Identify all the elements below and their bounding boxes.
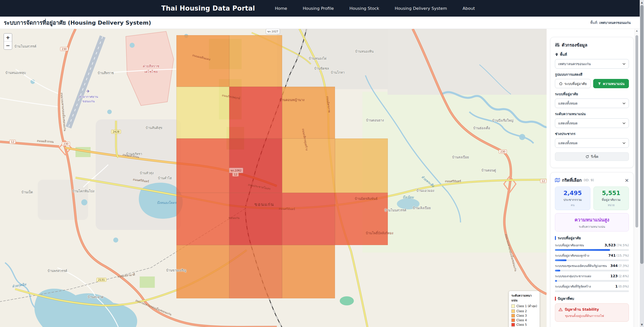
map-label-บ้านโนนสวรรค์-0: บ้านโนนสวรรค์ [14,44,36,49]
housing-bar-label-2: ระบบของชุมชนแออัดบนที่ดินรัฐ/เอกชน [555,263,607,268]
sidebar-scrollbar-thumb[interactable] [635,35,638,227]
map-label-บ้านหนองไผ่-8: บ้านหนองไผ่ [309,56,326,61]
close-icon[interactable]: × [625,178,629,183]
map-label-บ้านหัวทุ่ง-24: บ้านหัวทุ่ง [140,170,154,176]
map-label-บ้านขามเจริญ-30: บ้านขามเจริญ [166,268,186,273]
nav-link-about[interactable]: About [463,6,475,11]
map-label-ขอนแก่น-32: ขอนแก่น [254,201,274,208]
page-scrollbar[interactable]: ▲ ▼ [640,0,644,327]
zoom-in-button[interactable]: + [4,34,12,41]
grid-id-badge: (ID: 9) [584,178,594,182]
housing-bar-label-4: ระบบที่อยู่อาศัยที่รัฐจัดสร้าง [555,284,591,289]
map-label-ถนนมลิวรรณ-39: ถนนมลิวรรณ [122,152,140,159]
nav-link-housing-profile[interactable]: Housing Profile [303,6,334,11]
problem-alert-title: ปัญหาด้าน Stability [565,307,599,312]
filter-select-1[interactable]: แสดงทั้งหมด [555,118,629,128]
nav-link-housing-stock[interactable]: Housing Stock [350,6,379,11]
display-mode-label-text: รูปแบบการแสดงสี [555,72,582,77]
map-label-บ้านโพธิ์บัลลังก์ทอง-21: บ้านโพธิ์บัลลังก์ทอง [366,230,393,236]
map-label-บ้านสุภัทรา-23: บ้านสุภัทรา [126,151,142,157]
housing-stat-tile: 5,551 ที่อยู่อาศัยรวม หน่วย [593,186,629,210]
mode-housing-label: ระบบที่อยู่อาศัย [564,81,587,86]
map-labels: บ้านโนนสวรรค์บ้านหนองหลุบบ้านสีหราชค่ายส… [0,29,547,327]
housing-bar-fill-0 [555,249,610,251]
map-label-บ้านเป็ด-26: บ้านเป็ด [21,190,33,195]
housing-bar-fill-1 [555,259,566,261]
area-label: พื้นที่: [590,21,598,25]
housing-bar-values-2: 344(7.3%) [610,264,629,268]
housing-bar-value-1: 741 [608,253,616,257]
navbar: Thai Housing Data Portal HomeHousing Pro… [0,0,644,17]
chevron-down-icon [622,62,626,66]
refresh-icon [585,155,589,159]
area-select[interactable]: เทศบาลนครขอนแก่น [555,59,629,69]
housing-bar-row-3: ระบบของกลุ่มประชากรแฝง123(2.6%) [555,274,629,282]
housing-system-bars: ระบบที่อยู่อาศัยเอกชน3,523(74.5%)ระบบที่… [555,243,629,292]
nav-link-housing-delivery-system[interactable]: Housing Delivery System [395,6,447,11]
road-badge-12-5: 12 [540,179,546,183]
zoom-out-button[interactable]: − [4,41,12,49]
map-label-ถนนวงแหวนรอบเมืองขอนแก่น-46: ถนนวงแหวนรอบเมืองขอนแก่น [135,298,172,317]
housing-bar-percent-3: (2.6%) [618,274,629,278]
legend-swatch-2 [511,314,515,317]
mode-density-button[interactable]: ความหนาแน่น [593,79,629,88]
map-label-ห้วยกุดฉิม-36: ห้วยกุดฉิม [12,282,27,289]
problem-alert-description: ชุมชนตั้งอยู่บนที่ดินการรถไฟ [565,313,625,318]
housing-bar-fill-2 [555,270,560,271]
mode-density-label: ความหนาแน่น [603,81,625,86]
filter-select-value-0: แสดงทั้งหมด [558,101,578,106]
map-label-ถนนเหล่านาดี-43: ถนนเหล่านาดี [117,272,135,279]
filter-select-value-1: แสดงทั้งหมด [558,120,578,126]
road-badge-2428-6: 2428 [111,130,121,134]
housing-bar-track-1 [555,259,629,261]
map-label-บ้านดอนยาง-12: บ้านดอนยาง [366,118,384,123]
map[interactable]: บ้านโนนสวรรค์บ้านหนองหลุบบ้านสีหราชค่ายส… [0,29,547,327]
page-title: ระบบการจัดการที่อยู่อาศัย (Housing Deliv… [4,18,151,27]
housing-bar-value-4: 1 [615,284,618,288]
population-unit: คน [557,203,589,207]
legend-swatch-0 [511,304,515,308]
map-label-ถนนศรีจันทร์-40: ถนนศรีจันทร์ [133,177,149,184]
filters-icon [555,42,560,47]
housing-bar-label-3: ระบบของกลุ่มประชากรแฝง [555,274,591,279]
red-section-marker [555,297,556,301]
reset-button-label: รีเซ็ต [591,154,598,159]
legend-swatch-4 [511,323,515,326]
page-scroll-up-arrow[interactable]: ▲ [640,1,644,4]
chevron-down-icon [622,102,626,105]
map-label-เดโชไชย-4: เดโชไชย [144,69,158,74]
area-field-label-text: พื้นที่ [560,52,567,57]
sidebar-scroll-up-arrow[interactable]: ▲ [635,29,639,32]
housing-bar-values-1: 741(15.7%) [608,253,629,257]
filter-select-2[interactable]: แสดงทั้งหมด [555,138,629,148]
housing-bar-track-3 [555,280,629,282]
reset-button[interactable]: รีเซ็ต [555,152,629,161]
housing-system-section-header: ระบบที่อยู่อาศัย [555,235,629,241]
page-scrollbar-thumb[interactable] [640,5,643,264]
map-label-ค่ายสีหราช-3: ค่ายสีหราช [143,63,159,69]
map-label-ถนนกสิกรทุ่งสร้าง-51: ถนนกสิกรทุ่งสร้าง [301,128,309,151]
housing-bar-head-0: ระบบที่อยู่อาศัยเอกชน3,523(74.5%) [555,243,629,248]
road-badge-12-4: 12 [232,172,239,176]
housing-bar-track-0 [555,249,629,251]
map-label-บ้านโนนสวรรค์-19: บ้านโนนสวรรค์ [384,208,406,213]
chevron-down-icon [622,142,626,145]
housing-bar-values-3: 123(2.6%) [610,274,629,278]
filter-select-0[interactable]: แสดงทั้งหมด [555,99,629,108]
road-badge-230-2: 230 [499,150,507,154]
page-scroll-down-arrow[interactable]: ▼ [640,323,644,326]
housing-bar-percent-4: (0.0%) [618,285,629,288]
density-legend: ระดับความหนาแน่น Class 1 (ต่ำสุด)Class 2… [509,291,540,327]
location-pin-icon [555,53,558,56]
map-label-ถนนมอดินแดง-49: ถนนมอดินแดง [192,53,211,62]
mode-housing-system-button[interactable]: ระบบที่อยู่อาศัย [555,79,591,88]
population-label: ประชากรรวม [557,197,589,202]
sidebar-scrollbar[interactable]: ▲ [634,29,639,327]
housing-bar-percent-0: (74.5%) [617,243,629,247]
area-select-value: เทศบาลนครขอนแก่น [558,61,591,67]
selected-grid-panel: กริดที่เลือก (ID: 9) × 2,495 ประชากรรวม … [550,172,634,327]
legend-swatch-1 [511,309,515,313]
map-label-บ้านขิดชล-9: บ้านขิดชล [314,66,329,71]
map-label-ถนนกัลปพฤกษ์-50: ถนนกัลปพฤกษ์ [221,93,240,101]
nav-link-home[interactable]: Home [275,6,287,11]
